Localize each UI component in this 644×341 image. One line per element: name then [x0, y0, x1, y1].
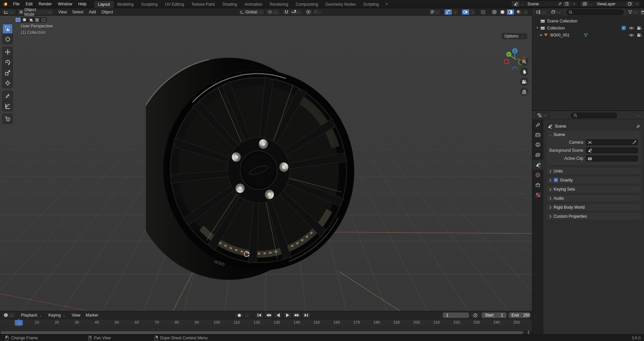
add-workspace-button[interactable]: +: [383, 0, 391, 8]
properties-tab-scene[interactable]: [532, 160, 543, 170]
outliner-filter-button[interactable]: ⌄: [627, 9, 640, 15]
tab-geometry-nodes[interactable]: Geometry Nodes: [322, 1, 360, 8]
menu-file[interactable]: File: [10, 0, 22, 8]
select-mode-extend[interactable]: [21, 17, 28, 22]
orthographic-toggle-button[interactable]: [520, 87, 529, 96]
shading-material-button[interactable]: [506, 9, 515, 15]
menu-help[interactable]: Help: [75, 0, 90, 8]
outliner-search-input[interactable]: [574, 10, 614, 14]
timeline-track-area[interactable]: [0, 327, 532, 331]
proportional-editing-toggle[interactable]: [305, 9, 313, 15]
shading-solid-button[interactable]: [498, 9, 506, 15]
properties-tab-output[interactable]: [532, 140, 543, 150]
xray-toggle[interactable]: [479, 9, 487, 15]
pin-icon[interactable]: [636, 124, 640, 129]
snap-target-selector[interactable]: ⌄: [290, 9, 302, 15]
jump-to-end-button[interactable]: [302, 312, 311, 318]
select-mode-subtract[interactable]: [28, 17, 34, 22]
collection-checkbox[interactable]: ✓: [622, 26, 626, 30]
tab-compositing[interactable]: Compositing: [292, 1, 322, 8]
frame-end-field[interactable]: End250: [508, 312, 530, 318]
frame-start-field[interactable]: Start1: [481, 312, 507, 318]
shading-rendered-button[interactable]: [515, 9, 523, 15]
panel-drag-grip[interactable]: ::::: [634, 197, 639, 200]
tab-uv-editing[interactable]: UV Editing: [161, 1, 188, 8]
panel-units[interactable]: ❯Units::::: [546, 167, 642, 175]
tool-measure-button[interactable]: [2, 101, 13, 111]
viewport-3d[interactable]: W300 User Perspective (1) Collection Z Y…: [0, 16, 532, 311]
expand-caret-icon[interactable]: ▶: [540, 33, 543, 37]
tab-animation[interactable]: Animation: [241, 1, 266, 8]
outliner-row-object[interactable]: ▶ W300_001: [532, 31, 644, 39]
transform-orientation-selector[interactable]: Global ⌄: [238, 9, 265, 15]
tab-layout[interactable]: Layout: [94, 1, 114, 8]
play-button[interactable]: [283, 312, 292, 318]
overlays-dropdown[interactable]: ⌄: [470, 9, 476, 15]
expand-caret-icon[interactable]: ▼: [536, 26, 539, 29]
properties-tab-tool[interactable]: [532, 120, 543, 130]
viewlayer-selector[interactable]: ⌄ ViewLayer ✕: [580, 1, 641, 7]
select-mode-new[interactable]: [15, 17, 21, 22]
blender-logo-icon[interactable]: [0, 2, 10, 6]
auto-keying-toggle[interactable]: [235, 312, 244, 318]
hide-eye-icon[interactable]: [629, 33, 634, 37]
shading-dropdown[interactable]: ⌄: [523, 9, 529, 15]
timeline-menu-keying[interactable]: Keying ⌄: [46, 313, 69, 318]
panel-drag-grip[interactable]: ::::: [634, 179, 639, 182]
gizmos-dropdown[interactable]: ⌄: [452, 9, 458, 15]
current-frame-field[interactable]: 1: [442, 312, 469, 318]
cursor-3d[interactable]: [244, 251, 250, 257]
menu-edit[interactable]: Edit: [22, 0, 36, 8]
timeline-editor-type-button[interactable]: ⌄: [2, 312, 16, 318]
snap-toggle[interactable]: [282, 9, 290, 15]
tool-select-box-button[interactable]: [2, 24, 13, 34]
pivot-point-selector[interactable]: ⌄: [266, 9, 280, 15]
select-mode-invert[interactable]: [34, 17, 40, 22]
menu-render[interactable]: Render: [36, 0, 55, 8]
properties-tab-texture[interactable]: [532, 190, 543, 200]
panel-rigid-body-world[interactable]: ❯Rigid Body World::::: [546, 203, 642, 211]
tool-add-cube-button[interactable]: [2, 114, 13, 124]
timeline-menu-playback[interactable]: Playback ⌄: [18, 313, 46, 318]
gizmos-toggle[interactable]: [444, 9, 452, 15]
new-scene-button[interactable]: [563, 1, 570, 7]
use-preview-range-button[interactable]: [471, 312, 480, 318]
play-reverse-button[interactable]: [274, 312, 282, 318]
overlays-toggle[interactable]: [462, 9, 470, 15]
new-collection-button[interactable]: [641, 9, 644, 15]
show-object-types-selector[interactable]: ⌄: [429, 9, 441, 15]
tool-annotate-button[interactable]: [2, 91, 13, 101]
disable-render-camera-icon[interactable]: [637, 26, 642, 30]
viewport-menu-select[interactable]: Select: [69, 10, 86, 14]
tab-texture-paint[interactable]: Texture Paint: [188, 1, 219, 8]
timeline-menu-view[interactable]: View: [69, 313, 83, 318]
properties-tab-object[interactable]: [532, 180, 543, 190]
property-field-background-scene[interactable]: [586, 147, 638, 153]
timeline-ruler[interactable]: 1 10203040506070809010011012013014015016…: [0, 319, 532, 327]
tab-scripting[interactable]: Scripting: [360, 1, 383, 8]
viewport-menu-view[interactable]: View: [56, 10, 70, 14]
tool-transform-button[interactable]: [2, 78, 13, 88]
properties-options-button[interactable]: ⌄: [635, 113, 642, 118]
properties-tab-render[interactable]: [532, 130, 543, 140]
property-field-active-clip[interactable]: [586, 155, 638, 161]
outliner-search[interactable]: [566, 9, 624, 15]
panel-drag-grip[interactable]: ::::: [634, 206, 639, 209]
editor-type-button[interactable]: ⌄: [2, 9, 16, 15]
panel-drag-grip[interactable]: ::::: [634, 133, 639, 136]
gravity-checkbox[interactable]: ✓: [554, 178, 558, 182]
tab-modeling[interactable]: Modeling: [114, 1, 138, 8]
pan-view-button[interactable]: [520, 67, 529, 76]
scene-selector[interactable]: ⌄ Scene ✕: [511, 1, 579, 7]
next-keyframe-button[interactable]: [292, 312, 301, 318]
timeline-scrollbar[interactable]: ❮: [0, 331, 532, 334]
panel-gravity[interactable]: ❯✓Gravity::::: [546, 176, 642, 184]
mode-selector[interactable]: Object Mode ⌄: [17, 9, 54, 15]
select-mode-intersect[interactable]: [40, 17, 47, 22]
proportional-falloff-selector[interactable]: ⌄: [313, 9, 323, 15]
outliner-editor-type-button[interactable]: ⌄: [534, 9, 548, 15]
zoom-view-button[interactable]: [520, 57, 529, 66]
panel-drag-grip[interactable]: ::::: [634, 188, 639, 191]
collapse-region-icon[interactable]: ❮: [527, 330, 530, 334]
playhead-line[interactable]: [18, 319, 19, 326]
